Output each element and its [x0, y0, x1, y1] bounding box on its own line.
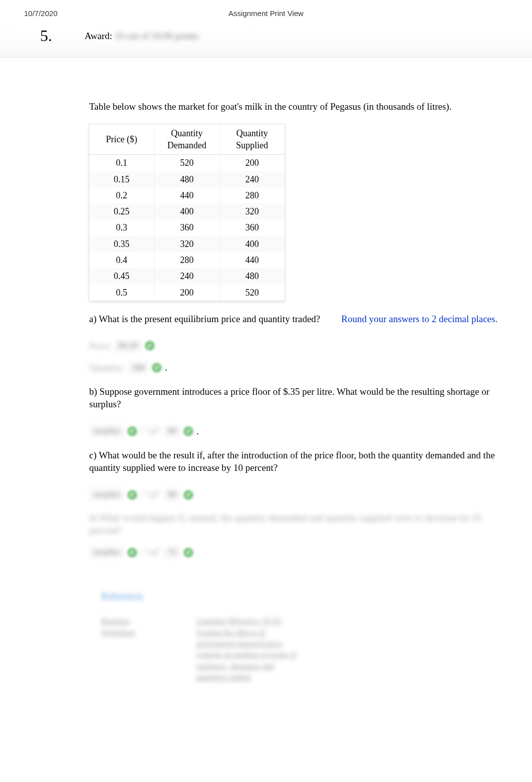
check-icon [127, 548, 137, 558]
references-title: References [101, 589, 502, 602]
question-number: 5. [40, 27, 52, 45]
table-row: 0.35320400 [89, 236, 285, 252]
check-icon [152, 363, 162, 373]
table-row: 0.1520200 [89, 155, 285, 171]
check-icon [127, 426, 137, 436]
th-qd: Quantity Demanded [154, 124, 219, 155]
answer-c: surplus / "of" 88 [89, 488, 502, 501]
check-icon [183, 426, 193, 436]
award-label: Award: [85, 31, 112, 41]
table-row: 0.5200520 [89, 285, 285, 301]
references-right: Learning Objective: 03-02 Explain the ef… [196, 616, 297, 683]
answer-a-quantity: Quantity: 360 . [89, 361, 502, 374]
check-icon [127, 490, 137, 500]
check-icon [183, 490, 193, 500]
answer-a-price: Price: $0.30 [89, 340, 502, 353]
intro-text: Table below shows the market for goat's … [89, 100, 502, 113]
table-row: 0.4280440 [89, 252, 285, 268]
references-section: References Business Worksheet Learning O… [101, 589, 502, 683]
check-icon [183, 548, 193, 558]
answer-b: surplus / "of" 80 . [89, 425, 502, 438]
table-row: 0.3360360 [89, 219, 285, 235]
table-row: 0.15480240 [89, 171, 285, 187]
part-b-text: b) Suppose government introduces a price… [89, 385, 502, 411]
table-row: 0.25400320 [89, 203, 285, 219]
references-left: Business Worksheet [101, 616, 156, 683]
part-d-text: d) What would happen if, instead, the qu… [89, 511, 502, 537]
th-price: Price ($) [89, 124, 154, 155]
question-content: Table below shows the market for goat's … [0, 58, 532, 683]
table-row: 0.45240480 [89, 268, 285, 284]
part-a-hint: Round your answers to 2 decimal places. [341, 314, 497, 324]
part-a-text: a) What is the present equilibrium price… [89, 313, 502, 326]
check-icon [145, 341, 155, 351]
part-c-text: c) What would be the result if, after th… [89, 449, 502, 474]
market-table: Price ($) Quantity Demanded Quantity Sup… [89, 124, 285, 301]
table-row: 0.2440280 [89, 187, 285, 203]
question-header: 5. Award: 10 out of 10.00 points [0, 27, 532, 58]
th-qs: Quantity Supplied [219, 124, 285, 155]
answer-d: surplus / "of" 72 [89, 546, 502, 559]
header-title: Assignment Print View [228, 9, 304, 18]
header-date: 10/7/2020 [24, 9, 58, 18]
award-value: 10 out of 10.00 points [115, 31, 198, 41]
